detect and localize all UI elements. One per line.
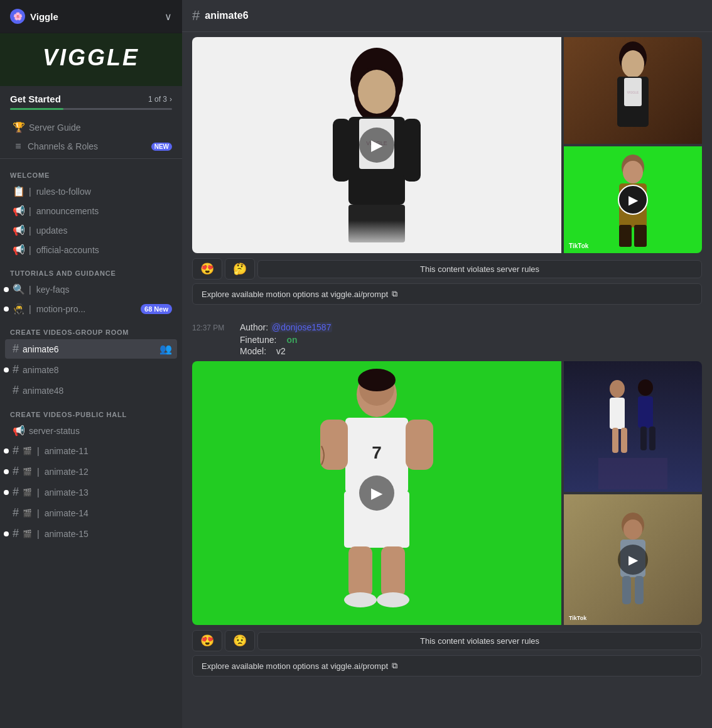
sidebar-item-announcements[interactable]: 📢 | announcements [5, 202, 177, 220]
svg-rect-35 [621, 428, 627, 453]
sidebar-item-label: server-status [29, 426, 172, 436]
svg-point-22 [358, 369, 396, 391]
message-group-2: 12:37 PM Author: @donjose1587 Finetune: … [192, 322, 702, 684]
channel-hash-icon: # [192, 8, 200, 24]
sidebar-item-animate-11[interactable]: # 🎬 | animate-11 [5, 441, 177, 460]
tiktok-badge-2: TikTok [569, 615, 586, 621]
updates-icon: 📢 [13, 224, 25, 236]
get-started-progress[interactable]: 1 of 3 › [148, 95, 172, 104]
thumb-person-svg: VIGGLE [601, 40, 664, 141]
explore-text-1: Explore available motion options at vigg… [202, 290, 388, 299]
sidebar-item-key-faqs[interactable]: 🔍 | key-faqs [5, 280, 177, 298]
explore-link-1[interactable]: Explore available motion options at vigg… [192, 283, 702, 305]
svg-rect-19 [634, 225, 647, 247]
main-video-2[interactable]: 7 ▶ [192, 361, 561, 625]
sidebar-item-label: Server Guide [29, 122, 172, 133]
hash-icon: # [13, 506, 19, 519]
sidebar-item-server-status[interactable]: 📢 server-status [5, 421, 177, 440]
sidebar-item-label: animate-12 [45, 467, 172, 477]
messages-area[interactable]: VIGGLE [182, 32, 712, 728]
new-count-badge: 68 New [141, 304, 172, 314]
reaction-sad-btn-2[interactable]: 😟 [225, 630, 255, 651]
channel-name: animate6 [205, 10, 248, 21]
sidebar-item-animate-14[interactable]: # 🎬 | animate-14 [5, 503, 177, 523]
svg-text:VIGGLE: VIGGLE [627, 90, 639, 94]
add-user-icon[interactable]: 👥 [159, 343, 172, 355]
svg-rect-18 [619, 225, 632, 247]
model-value: v2 [276, 346, 286, 356]
server-name: Viggle [30, 11, 58, 22]
sidebar-item-label: Channels & Roles [28, 141, 148, 151]
play-button-1[interactable]: ▶ [359, 128, 394, 163]
external-link-icon-2: ⧉ [392, 661, 397, 671]
category-welcome: WELCOME [0, 161, 182, 182]
svg-rect-34 [612, 428, 618, 453]
main-video-1[interactable]: VIGGLE [192, 37, 561, 253]
main-content: # animate6 [182, 0, 712, 728]
svg-point-2 [358, 70, 396, 114]
notification-dot [4, 287, 9, 292]
svg-point-30 [344, 592, 377, 607]
notification-dot [4, 531, 9, 536]
new-badge: NEW [151, 143, 172, 151]
chevron-down-icon: ∨ [165, 11, 172, 23]
thumb-1-bottom[interactable]: ▶ TikTok [564, 146, 702, 253]
play-button-thumb-bottom[interactable]: ▶ [618, 185, 648, 215]
svg-rect-38 [640, 426, 647, 450]
reaction-row-2: 😍 😟 This content violates server rules [192, 630, 702, 651]
sidebar-item-animate-15[interactable]: # 🎬 | animate-15 [5, 524, 177, 543]
status-icon: 📢 [13, 425, 25, 437]
thumb-2-top[interactable] [564, 361, 702, 492]
reaction-love-btn-1[interactable]: 😍 [192, 258, 222, 280]
sidebar-item-motion-pro[interactable]: 🥷 | motion-pro... 68 New [5, 300, 177, 318]
sidebar-item-server-guide[interactable]: 🏆 Server Guide [5, 118, 177, 136]
sidebar-item-rules[interactable]: 📋 | rules-to-follow [5, 182, 177, 200]
sidebar-item-label: animate6 [23, 344, 156, 354]
reaction-love-btn-2[interactable]: 😍 [192, 630, 222, 651]
sidebar-item-label: motion-pro... [36, 304, 137, 314]
hash-icon: # [13, 527, 19, 540]
svg-rect-28 [348, 546, 372, 597]
sidebar-item-official-accounts[interactable]: 📢 | official-accounts [5, 241, 177, 259]
sidebar-item-animate8[interactable]: # animate8 [5, 360, 177, 379]
explore-link-2[interactable]: Explore available motion options at vigg… [192, 655, 702, 676]
server-icon: 🌸 [10, 9, 25, 24]
author-mention[interactable]: @donjose1587 [271, 322, 332, 332]
svg-rect-29 [381, 546, 405, 597]
play-button-thumb-bottom-2[interactable]: ▶ [618, 545, 648, 575]
external-link-icon: ⧉ [392, 289, 397, 299]
hash-icon: # [13, 384, 19, 397]
sidebar-item-channels-roles[interactable]: ≡ Channels & Roles NEW [5, 138, 177, 155]
hash-icon: # [13, 486, 19, 499]
notification-dot [4, 469, 9, 474]
chevron-right-icon: › [170, 95, 172, 104]
thumb-1-top[interactable]: VIGGLE [564, 37, 702, 144]
get-started-section: Get Started 1 of 3 › [0, 86, 182, 117]
media-grid-1: VIGGLE [192, 37, 702, 253]
svg-point-11 [622, 50, 644, 78]
violation-btn-2[interactable]: This content violates server rules [257, 632, 702, 650]
server-header[interactable]: 🌸 Viggle ∨ [0, 0, 182, 33]
svg-rect-37 [638, 396, 653, 428]
sidebar-item-updates[interactable]: 📢 | updates [5, 221, 177, 239]
finetune-value: on [286, 335, 297, 345]
sidebar-item-animate6[interactable]: # animate6 👥 [5, 339, 177, 359]
sidebar-item-animate-12[interactable]: # 🎬 | animate-12 [5, 462, 177, 481]
sidebar-item-label: animate-11 [45, 446, 172, 456]
svg-point-31 [377, 592, 409, 607]
ninja-icon: 🥷 [13, 303, 25, 315]
category-create-public: CREATE VIDEOS-PUBLIC HALL [0, 401, 182, 421]
play-button-2[interactable]: ▶ [359, 475, 394, 511]
thumb-2-bottom[interactable]: ▶ TikTok [564, 494, 702, 625]
violation-btn-1[interactable]: This content violates server rules [257, 260, 702, 278]
sidebar-item-animate48[interactable]: # animate48 [5, 381, 177, 400]
trophy-icon: 🏆 [13, 121, 25, 133]
reaction-think-btn-1[interactable]: 🤔 [225, 258, 255, 280]
category-create-group: CREATE VIDEOS-GROUP ROOM [0, 318, 182, 339]
sidebar-item-animate-13[interactable]: # 🎬 | animate-13 [5, 482, 177, 502]
get-started-header: Get Started 1 of 3 › [10, 94, 172, 104]
hash-icon: # [13, 444, 19, 457]
reaction-row-1: 😍 🤔 This content violates server rules [192, 258, 702, 280]
message-group-1: VIGGLE [192, 37, 702, 312]
svg-rect-33 [610, 398, 625, 429]
